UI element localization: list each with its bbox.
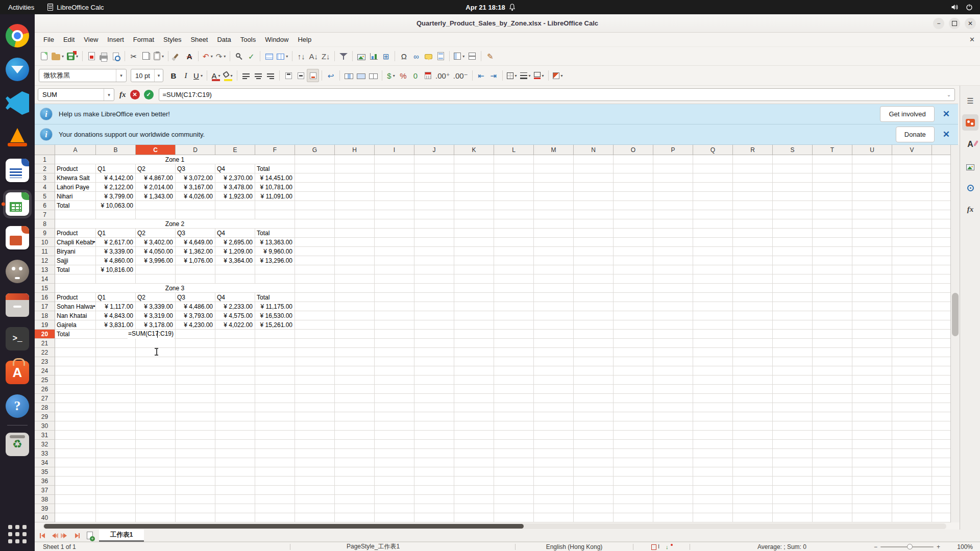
cell-R25[interactable] <box>733 375 773 385</box>
dock-item-thunderbird[interactable] <box>0 53 35 86</box>
cell-V40[interactable] <box>892 513 932 522</box>
cell-V36[interactable] <box>892 477 932 486</box>
cell-O29[interactable] <box>614 412 653 421</box>
cell-U37[interactable] <box>852 486 892 495</box>
cell-J5[interactable] <box>414 192 454 201</box>
dock-item-libreoffice-impress[interactable] <box>0 221 35 255</box>
font-name-combo[interactable]: 微软雅黑 ▾ <box>39 69 127 82</box>
cell-R8[interactable] <box>733 219 773 229</box>
cell-P36[interactable] <box>653 477 693 486</box>
cell-T35[interactable] <box>813 467 852 477</box>
cell-L10[interactable] <box>494 238 534 247</box>
sort-ascending-button[interactable]: A↓ <box>307 49 320 63</box>
cell-Q32[interactable] <box>693 440 733 449</box>
cell-E2[interactable]: Q4 <box>215 164 255 173</box>
cell-L30[interactable] <box>494 421 534 431</box>
row-header-33[interactable]: 33 <box>35 449 55 458</box>
cell-F38[interactable] <box>255 495 295 504</box>
cell-A3[interactable]: Khewra Salt <box>55 173 96 183</box>
cell-K27[interactable] <box>454 394 494 403</box>
cell-edit-overlay[interactable]: =SUM(C17:C19) <box>128 330 174 339</box>
cell-U32[interactable] <box>852 440 892 449</box>
cell-C9[interactable]: Q2 <box>136 229 176 238</box>
cell-A36[interactable] <box>55 477 96 486</box>
row-header-20[interactable]: 20 <box>35 330 55 339</box>
cell-S37[interactable] <box>773 486 813 495</box>
cell-H12[interactable] <box>335 256 375 265</box>
name-box[interactable]: SUM ▾ <box>38 88 114 101</box>
highlight-color-dropdown-icon[interactable]: ▾ <box>230 73 232 78</box>
cell-E10[interactable]: ¥ 2,695.00 <box>215 238 255 247</box>
undo-dropdown-icon[interactable]: ▾ <box>211 54 213 59</box>
border-style-button[interactable]: ▾ <box>519 69 532 82</box>
cell-M32[interactable] <box>534 440 574 449</box>
cell-T7[interactable] <box>813 210 852 219</box>
cell-F39[interactable] <box>255 504 295 513</box>
cell-T14[interactable] <box>813 274 852 284</box>
cell-H31[interactable] <box>335 431 375 440</box>
merged-zone-title-cell-1[interactable]: Zone 1 <box>55 155 295 164</box>
cell-V7[interactable] <box>892 210 932 219</box>
cell-O23[interactable] <box>614 357 653 366</box>
cell-E7[interactable] <box>215 210 255 219</box>
cell-I38[interactable] <box>375 495 414 504</box>
cell-V12[interactable] <box>892 256 932 265</box>
cell-B38[interactable] <box>96 495 136 504</box>
special-character-button[interactable]: Ω <box>398 49 410 63</box>
cell-K26[interactable] <box>454 385 494 394</box>
zoom-out-icon[interactable]: − <box>874 543 877 550</box>
cell-H37[interactable] <box>335 486 375 495</box>
cell-N13[interactable] <box>574 265 614 274</box>
cell-O40[interactable] <box>614 513 653 522</box>
column-header-G[interactable]: G <box>295 145 335 155</box>
cell-U13[interactable] <box>852 265 892 274</box>
row-header-36[interactable]: 36 <box>35 477 55 486</box>
cell-J16[interactable] <box>414 293 454 302</box>
cell-N10[interactable] <box>574 238 614 247</box>
cell-K18[interactable] <box>454 311 494 320</box>
cell-B13[interactable]: ¥ 10,816.00 <box>96 265 136 274</box>
cell-B14[interactable] <box>96 274 136 284</box>
underline-dropdown-icon[interactable]: ▾ <box>201 73 203 78</box>
cell-K35[interactable] <box>454 467 494 477</box>
cell-Q36[interactable] <box>693 477 733 486</box>
cell-M26[interactable] <box>534 385 574 394</box>
cell-M10[interactable] <box>534 238 574 247</box>
cell-B16[interactable]: Q1 <box>96 293 136 302</box>
cell-F3[interactable]: ¥ 14,451.00 <box>255 173 295 183</box>
cell-P22[interactable] <box>653 348 693 357</box>
cell-R16[interactable] <box>733 293 773 302</box>
cell-P12[interactable] <box>653 256 693 265</box>
cell-G7[interactable] <box>295 210 335 219</box>
cell-T27[interactable] <box>813 394 852 403</box>
align-top-button[interactable] <box>282 69 295 82</box>
cell-Q39[interactable] <box>693 504 733 513</box>
cell-G15[interactable] <box>295 284 335 293</box>
cell-O22[interactable] <box>614 348 653 357</box>
cell-L40[interactable] <box>494 513 534 522</box>
cell-T36[interactable] <box>813 477 852 486</box>
cell-O6[interactable] <box>614 201 653 210</box>
cell-J38[interactable] <box>414 495 454 504</box>
cell-J7[interactable] <box>414 210 454 219</box>
cell-F33[interactable] <box>255 449 295 458</box>
activities-button[interactable]: Activities <box>8 4 34 11</box>
cell-H11[interactable] <box>335 247 375 256</box>
cell-G19[interactable] <box>295 320 335 330</box>
cell-Q17[interactable] <box>693 302 733 311</box>
row-header-39[interactable]: 39 <box>35 504 55 513</box>
cell-G33[interactable] <box>295 449 335 458</box>
show-draw-functions-button[interactable]: ✎ <box>484 49 496 63</box>
cell-L33[interactable] <box>494 449 534 458</box>
delete-decimal-button[interactable]: .00⁻ <box>452 69 470 82</box>
spelling-button[interactable]: ✓ <box>245 49 257 63</box>
cell-I39[interactable] <box>375 504 414 513</box>
cell-Q27[interactable] <box>693 394 733 403</box>
cell-R32[interactable] <box>733 440 773 449</box>
cell-N36[interactable] <box>574 477 614 486</box>
cell-M12[interactable] <box>534 256 574 265</box>
cell-U14[interactable] <box>852 274 892 284</box>
cell-O7[interactable] <box>614 210 653 219</box>
cell-N30[interactable] <box>574 421 614 431</box>
format-currency-button[interactable]: $▾ <box>385 69 397 82</box>
